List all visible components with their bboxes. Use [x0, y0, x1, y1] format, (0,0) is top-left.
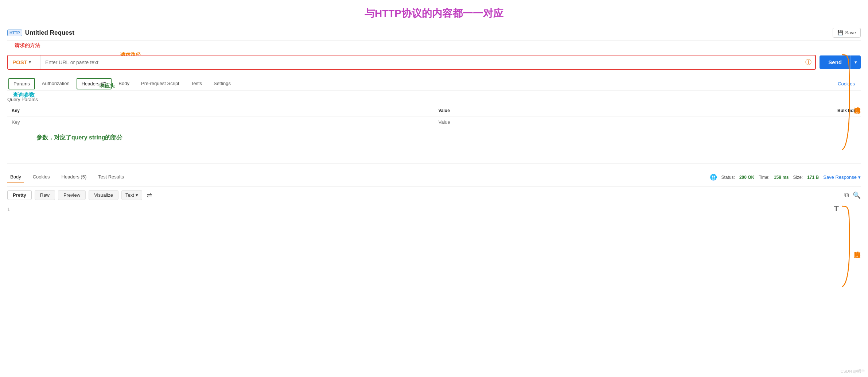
tab-cookies[interactable]: Cookies	[832, 77, 861, 90]
ann-response-content-area: 响应内容	[838, 203, 861, 290]
tab-tests[interactable]: Tests	[185, 77, 208, 91]
size-value: 171 B	[807, 175, 819, 180]
send-button-group: Send ▾	[820, 55, 861, 69]
header-left: HTTP Untitled Request	[7, 29, 74, 36]
text-format-label: Text	[125, 192, 134, 198]
param-value-input[interactable]	[439, 119, 857, 125]
ann-query-string: 参数，对应了query string的部分	[36, 134, 861, 142]
query-params-section: Query Params Key Value Bulk Edit	[7, 94, 861, 128]
page-title: 与HTTP协议的内容都一一对应	[7, 0, 861, 25]
query-params-label: Query Params	[7, 94, 861, 104]
resp-icons: ⧉ 🔍	[844, 191, 861, 199]
resp-tab-testresults[interactable]: Test Results	[95, 171, 127, 183]
request-tabs-row: Params Authorization Headers (7) Body Pr…	[7, 77, 861, 91]
format-visualize[interactable]: Visualize	[89, 190, 118, 200]
method-label: POST	[12, 59, 27, 65]
size-label: Size:	[793, 175, 803, 180]
time-value: 158 ms	[774, 175, 789, 180]
section-divider	[7, 164, 861, 164]
search-icon[interactable]: 🔍	[853, 191, 861, 199]
ann-method-label: 请求的方法	[15, 42, 40, 49]
response-status-area: 🌐 Status: 200 OK Time: 158 ms Size: 171 …	[710, 174, 861, 181]
code-area: 1	[7, 204, 861, 215]
status-value: 200 OK	[739, 175, 754, 180]
response-content-bracket	[838, 203, 853, 290]
tab-authorization[interactable]: Authorization	[36, 77, 75, 91]
request-name: Untitled Request	[25, 29, 74, 36]
params-table: Key Value Bulk Edit	[7, 105, 861, 128]
save-response-dropdown-icon: ▾	[858, 174, 861, 180]
font-size-icon[interactable]: T	[834, 204, 839, 213]
status-label: Status:	[721, 175, 735, 180]
header-row: HTTP Untitled Request 💾 Save	[7, 25, 861, 41]
resp-tab-body[interactable]: Body	[7, 171, 24, 183]
send-dropdown-button[interactable]: ▾	[851, 55, 861, 69]
url-input[interactable]	[41, 56, 802, 69]
send-button[interactable]: Send	[820, 55, 851, 69]
http-badge: HTTP	[7, 30, 22, 36]
wrap-icon[interactable]: ⇌	[147, 191, 152, 199]
tab-settings[interactable]: Settings	[208, 77, 237, 91]
tab-prerequest[interactable]: Pre-request Script	[135, 77, 185, 91]
format-pretty[interactable]: Pretty	[7, 190, 32, 200]
ann-params-label: 查询参数	[13, 92, 35, 99]
col-key: Key	[7, 105, 434, 116]
time-label: Time:	[759, 175, 770, 180]
copy-icon[interactable]: ⧉	[844, 191, 849, 199]
resp-tab-cookies[interactable]: Cookies	[30, 171, 53, 183]
globe-icon: 🌐	[710, 174, 717, 181]
save-response-button[interactable]: Save Response ▾	[823, 174, 861, 180]
param-row-empty	[7, 116, 861, 128]
method-selector[interactable]: POST ▾	[8, 55, 41, 69]
col-bulk: Bulk Edit	[614, 105, 861, 116]
tab-body[interactable]: Body	[113, 77, 135, 91]
method-dropdown-icon: ▾	[29, 60, 31, 65]
save-label: Save	[845, 30, 856, 35]
col-value: Value	[434, 105, 614, 116]
format-row: Pretty Raw Preview Visualize Text ▾ ⇌ ⧉ …	[7, 186, 861, 204]
response-header-row: Body Cookies Headers (5) Test Results 🌐 …	[7, 168, 861, 186]
format-raw[interactable]: Raw	[35, 190, 55, 200]
tab-params[interactable]: Params	[8, 78, 35, 89]
send-dropdown-icon: ▾	[855, 59, 857, 65]
line-number: 1	[7, 207, 10, 212]
save-icon: 💾	[837, 30, 843, 35]
tab-headers[interactable]: Headers (7)	[77, 78, 112, 89]
resp-tab-headers[interactable]: Headers (5)	[59, 171, 90, 183]
format-preview[interactable]: Preview	[58, 190, 86, 200]
save-response-label: Save Response	[823, 174, 857, 180]
param-key-input[interactable]	[12, 119, 430, 125]
url-warning-icon: ⓘ	[802, 58, 815, 66]
text-format-select[interactable]: Text ▾	[121, 190, 142, 200]
save-button-top[interactable]: 💾 Save	[833, 28, 861, 38]
text-format-dropdown-icon: ▾	[136, 192, 138, 198]
bulk-edit-button[interactable]: Bulk Edit	[837, 108, 856, 113]
watermark: CSDN @昭羊	[841, 369, 865, 374]
